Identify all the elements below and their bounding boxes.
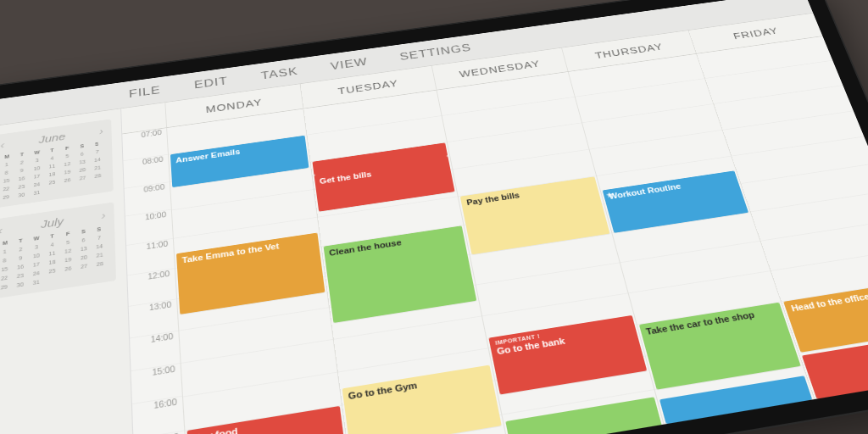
mini-prev-icon[interactable]: ‹ [0,224,3,236]
event-thu-1[interactable]: Take the car to the shop [639,302,802,390]
event-mon-0[interactable]: Answer Emails [170,136,309,187]
mini-month-label: June [39,131,66,145]
star-icon: ★ [605,191,614,198]
app-screen: FILE EDIT TASK VIEW SETTINGS ‹ June › MT… [0,0,868,434]
menu-view[interactable]: VIEW [330,55,369,72]
event-wed-0[interactable]: Pay the bills [460,177,609,255]
event-label: Pay the bills [465,191,520,207]
mini-next-icon[interactable]: › [99,125,103,137]
mini-calendar-june[interactable]: ‹ June › MTWTFSS123456789101112131415161… [0,119,114,209]
event-label: Take the car to the shop [645,309,756,336]
event-wed-2[interactable] [506,398,664,434]
mini-next-icon[interactable]: › [101,209,105,221]
event-label: Go to the Gym [348,380,418,401]
event-thu-0[interactable]: ★Workout Routine [602,170,748,233]
event-tue-3[interactable]: Go to the Gym [342,364,502,434]
event-fri-0[interactable]: Head to the office [783,280,868,353]
event-mon-2[interactable]: Buy food [187,406,346,434]
mini-calendar-grid: MTWTFSS123456789101112131415161718192021… [0,140,105,202]
menu-file[interactable]: FILE [129,84,161,101]
event-label: Take Emma to the Vet [181,242,279,264]
tablet-frame: FILE EDIT TASK VIEW SETTINGS ‹ June › MT… [0,0,868,434]
event-tue-2[interactable]: Clean the house [323,225,476,323]
event-label: Clean the house [329,238,403,258]
sidebar: ‹ June › MTWTFSS123456789101112131415161… [0,108,136,434]
event-wed-1[interactable]: IMPORTANT !Go to the bank [489,315,647,394]
mini-calendar-grid: MTWTFSS123456789101112131415161718192021… [0,225,108,292]
mini-prev-icon[interactable]: ‹ [0,139,4,151]
event-label: Buy food [193,426,239,434]
menu-task[interactable]: TASK [260,65,298,82]
menu-settings[interactable]: SETTINGS [398,42,472,64]
event-label: Workout Routine [608,181,682,200]
event-label: Answer Emails [175,147,241,164]
event-mon-1[interactable]: Take Emma to the Vet [176,232,325,314]
menu-edit[interactable]: EDIT [193,75,228,92]
event-label: Head to the office [790,291,868,312]
mini-month-label: July [41,215,64,231]
mini-calendar-july[interactable]: ‹ July › MTWTFSS123456789101112131415161… [0,202,116,299]
